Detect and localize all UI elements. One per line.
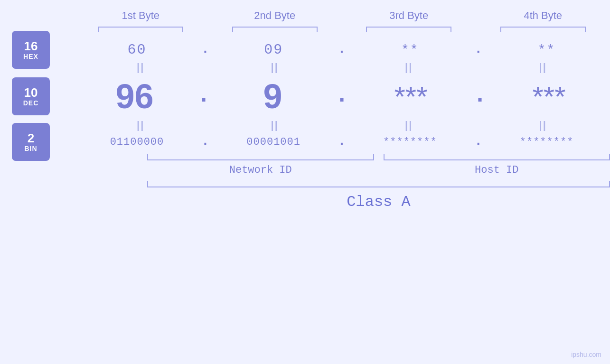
equals-row-1: || || || || xyxy=(74,58,610,77)
top-bracket-4 xyxy=(500,27,586,32)
bin-byte3-value: ******** xyxy=(383,136,437,148)
class-area: Class A xyxy=(74,181,610,211)
top-bracket-1 xyxy=(98,27,183,32)
bottom-brackets-line xyxy=(147,154,610,160)
hex-byte2-cell: 09 xyxy=(210,42,337,58)
dec-byte2-value: 9 xyxy=(263,77,282,116)
dec-badge-label: DEC xyxy=(23,99,39,107)
hex-badge-label: HEX xyxy=(23,53,38,60)
byte3-header: 3rd Byte xyxy=(342,9,476,22)
network-bracket xyxy=(147,154,374,160)
bin-byte1-cell: 01100000 xyxy=(74,136,200,148)
hex-byte1-cell: 60 xyxy=(74,42,200,58)
dec-byte1-value: 96 xyxy=(115,77,153,116)
bottom-brackets-area: Network ID Host ID xyxy=(74,154,610,176)
dec-byte4-cell: *** xyxy=(488,80,610,113)
equals-sign-2-2: || xyxy=(271,119,279,131)
bin-bytes-row: 01100000 . 00001001 . ******** . *******… xyxy=(74,135,610,149)
dec-byte4-value: *** xyxy=(532,80,565,113)
top-bracket-2 xyxy=(232,27,318,32)
host-bracket xyxy=(384,154,610,160)
bracket-spacer xyxy=(374,154,384,160)
equals-cell-1-2: || xyxy=(208,61,342,74)
dec-dot2: . xyxy=(335,84,349,110)
bracket-cell-1 xyxy=(74,27,208,32)
bin-badge-label: BIN xyxy=(24,145,37,152)
class-bracket-line xyxy=(147,181,610,187)
bin-row: 2 BIN 01100000 . 00001001 . ******** . *… xyxy=(74,135,610,149)
equals-sign-2-3: || xyxy=(405,119,413,131)
equals-sign-2-4: || xyxy=(539,119,547,131)
hex-dot1: . xyxy=(201,43,209,57)
bin-dot1: . xyxy=(201,135,209,149)
bin-badge: 2 BIN xyxy=(12,123,50,161)
bottom-labels-row: Network ID Host ID xyxy=(147,164,610,176)
dec-dot3: . xyxy=(473,84,487,110)
hex-badge: 16 HEX xyxy=(12,31,50,69)
hex-row: 16 HEX 60 . 09 . ** . ** xyxy=(74,42,610,58)
hex-byte3-value: ** xyxy=(401,43,419,57)
bin-byte3-cell: ******** xyxy=(347,136,473,148)
hex-badge-number: 16 xyxy=(24,39,38,53)
equals-cell-2-2: || xyxy=(208,119,342,131)
dec-row: 10 DEC 96 . 9 . *** . *** xyxy=(74,77,610,116)
dec-byte1-cell: 96 xyxy=(74,77,196,116)
labels-spacer xyxy=(374,164,384,176)
equals-row-2: || || || || xyxy=(74,116,610,135)
hex-byte4-value: ** xyxy=(538,43,556,57)
bin-byte1-value: 01100000 xyxy=(110,136,164,148)
hex-byte3-cell: ** xyxy=(347,43,473,57)
dec-badge: 10 DEC xyxy=(12,77,50,115)
hex-dot2: . xyxy=(338,43,346,57)
host-id-label: Host ID xyxy=(384,164,610,176)
dec-byte3-value: *** xyxy=(394,80,427,113)
equals-cell-1-3: || xyxy=(342,61,476,74)
hex-dot3: . xyxy=(474,43,482,57)
dec-badge-number: 10 xyxy=(24,86,38,100)
network-id-label: Network ID xyxy=(147,164,374,176)
dec-byte3-cell: *** xyxy=(350,80,472,113)
dec-bytes-row: 96 . 9 . *** . *** xyxy=(74,77,610,116)
byte-headers: 1st Byte 2nd Byte 3rd Byte 4th Byte xyxy=(0,0,610,22)
equals-cell-1-4: || xyxy=(476,61,610,74)
hex-byte1-value: 60 xyxy=(127,42,146,58)
hex-byte2-value: 09 xyxy=(264,42,283,58)
equals-sign-1-1: || xyxy=(137,61,144,74)
dec-dot1: . xyxy=(197,84,211,110)
bin-byte2-value: 00001001 xyxy=(246,136,300,148)
bracket-cell-2 xyxy=(208,27,342,32)
bin-dot3: . xyxy=(474,135,482,149)
bin-badge-number: 2 xyxy=(28,131,34,145)
top-bracket-3 xyxy=(366,27,451,32)
byte1-header: 1st Byte xyxy=(74,9,208,22)
bin-byte2-cell: 00001001 xyxy=(210,136,337,148)
class-label: Class A xyxy=(147,193,610,211)
equals-cell-2-1: || xyxy=(74,119,208,131)
bin-byte4-value: ******** xyxy=(520,136,574,148)
dec-byte2-cell: 9 xyxy=(212,77,334,116)
equals-cell-1-1: || xyxy=(74,61,208,74)
hex-byte4-cell: ** xyxy=(483,43,610,57)
equals-cell-2-4: || xyxy=(476,119,610,131)
equals-sign-2-1: || xyxy=(137,119,144,131)
content-area: 16 HEX 60 . 09 . ** . ** xyxy=(0,42,610,211)
equals-sign-1-3: || xyxy=(405,61,413,74)
bin-dot2: . xyxy=(338,135,346,149)
hex-bytes-row: 60 . 09 . ** . ** xyxy=(74,42,610,58)
bracket-cell-4 xyxy=(476,27,610,32)
equals-sign-1-2: || xyxy=(271,61,279,74)
equals-sign-1-4: || xyxy=(539,61,547,74)
main-container: 1st Byte 2nd Byte 3rd Byte 4th Byte 16 H… xyxy=(0,0,610,364)
byte4-header: 4th Byte xyxy=(476,9,610,22)
byte2-header: 2nd Byte xyxy=(208,9,342,22)
bracket-cell-3 xyxy=(342,27,476,32)
bin-byte4-cell: ******** xyxy=(483,136,610,148)
watermark: ipshu.com xyxy=(571,351,601,358)
top-brackets-row xyxy=(0,27,610,32)
equals-cell-2-3: || xyxy=(342,119,476,131)
